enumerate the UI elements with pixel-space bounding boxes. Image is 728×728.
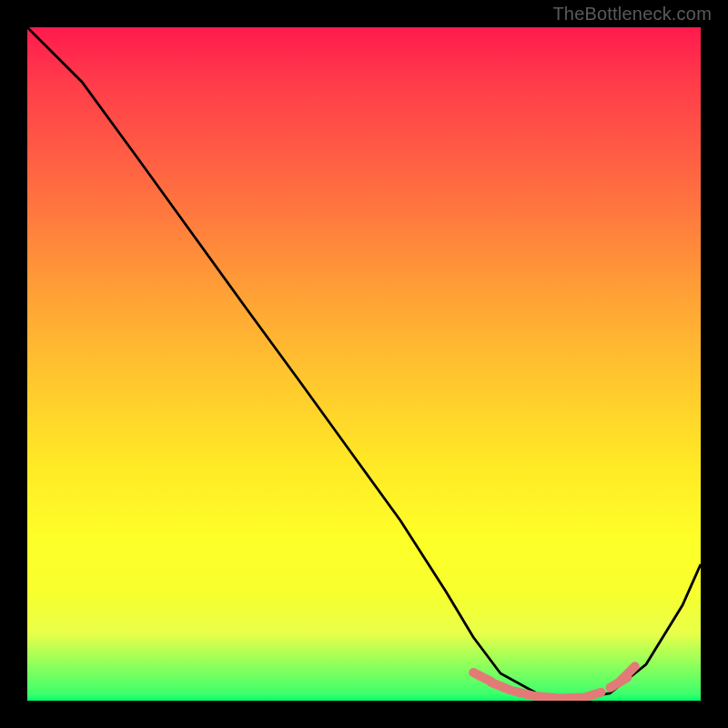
marker-dash: [491, 682, 510, 690]
marker-dash: [536, 696, 556, 698]
attribution-text: TheBottleneck.com: [552, 4, 712, 25]
marker-dash: [559, 698, 579, 699]
marker-dash: [513, 691, 532, 695]
marker-dash: [621, 666, 635, 681]
marker-dash: [581, 693, 601, 698]
plot-area: [27, 27, 701, 701]
bottleneck-curve: [27, 27, 701, 699]
curve-layer: [27, 27, 701, 701]
